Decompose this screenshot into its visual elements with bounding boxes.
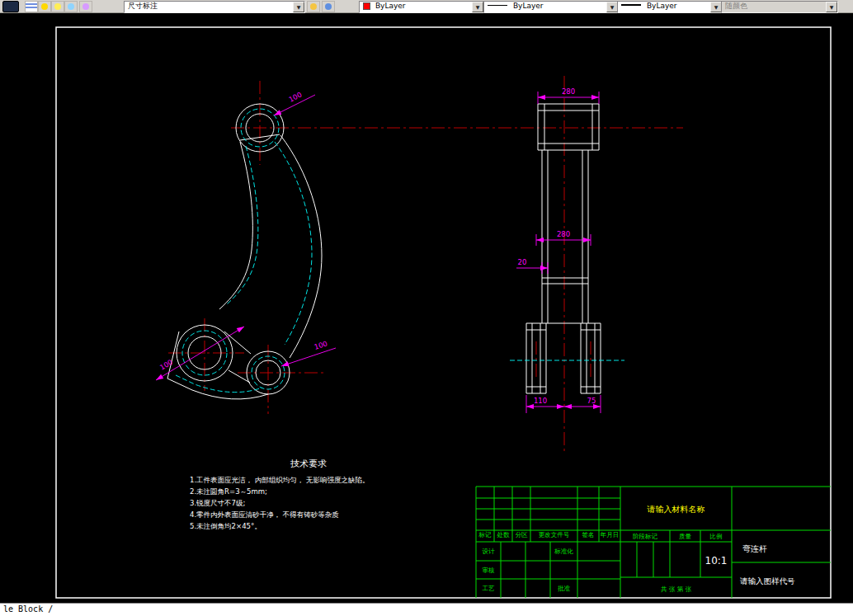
object-properties-toolbar: 尺寸标注 ▼ ByLayer ▼ ByLayer ▼ ByLayer ▼ 随颜色…: [0, 0, 853, 13]
label-scale: 比例: [710, 533, 723, 540]
label-zone: 分区: [516, 531, 529, 538]
label-signature: 签名: [582, 531, 595, 538]
lineweight-dropdown-value: ByLayer: [647, 2, 677, 10]
dim-side-bottom-right: 75: [587, 397, 596, 405]
label-stage-mark: 阶段标记: [633, 533, 658, 540]
lineweight-dropdown[interactable]: ByLayer ▼: [617, 1, 723, 13]
layer-lock-icon[interactable]: [79, 1, 92, 12]
tech-requirements-title: 技术要求: [290, 458, 327, 469]
scale-value-text: 10:1: [705, 555, 728, 567]
color-dropdown-value: ByLayer: [375, 2, 406, 10]
label-change-file: 更改文件号: [539, 531, 570, 538]
plotstyle-dropdown-value: 随颜色: [725, 2, 747, 10]
material-name-text: 请输入材料名称: [647, 505, 705, 514]
label-mark: 标记: [478, 531, 492, 538]
color-dropdown[interactable]: ByLayer ▼: [359, 1, 484, 13]
tech-requirement-item: 4.零件内外表面应清砂干净， 不得有铸砂等杂质: [190, 510, 339, 519]
tech-requirement-item: 5.未注倒角均2×45°。: [190, 522, 262, 530]
label-date: 年月日: [600, 531, 620, 538]
dim-side-wall: 20: [518, 258, 527, 266]
color-swatch-icon: [363, 2, 370, 10]
layer-previous-icon[interactable]: [322, 1, 335, 12]
chevron-down-icon[interactable]: ▼: [606, 2, 618, 12]
lineweight-sample-icon: [621, 4, 641, 6]
layer-dropdown-value: 尺寸标注: [128, 2, 158, 10]
chevron-down-icon[interactable]: ▼: [710, 2, 722, 12]
label-check: 审核: [483, 567, 496, 574]
label-sheets: 共 张 第 张: [661, 585, 692, 593]
layer-freeze-icon[interactable]: [64, 1, 78, 12]
drawing-code-text: 请输入图样代号: [740, 576, 795, 585]
chevron-down-icon[interactable]: ▼: [472, 2, 483, 12]
label-standardization: 标准化: [554, 548, 573, 555]
cad-application-window: 尺寸标注 ▼ ByLayer ▼ ByLayer ▼ ByLayer ▼ 随颜色…: [0, 0, 853, 616]
layer-dropdown[interactable]: 尺寸标注 ▼: [124, 1, 305, 13]
model-space-background[interactable]: [0, 0, 853, 616]
label-count: 处数: [497, 531, 511, 538]
dim-side-mid-width: 280: [557, 230, 570, 238]
chevron-down-icon[interactable]: ▼: [826, 2, 837, 12]
command-line-text: le Block /: [3, 604, 53, 614]
label-mass: 质量: [679, 533, 692, 540]
make-layer-current-icon[interactable]: [307, 1, 320, 12]
dim-side-bottom-left: 110: [534, 397, 547, 405]
tech-requirement-item: 3.锐度尺寸不7级;: [190, 499, 245, 507]
linetype-sample-icon: [488, 5, 507, 6]
chevron-down-icon[interactable]: ▼: [293, 2, 304, 12]
layer-bulb-icon[interactable]: [51, 1, 64, 12]
linetype-dropdown-value: ByLayer: [513, 2, 544, 10]
drawing-canvas[interactable]: 100 100 100 280 280 20 110 75 技术要求 1.工件表…: [0, 0, 853, 616]
label-design: 设计: [483, 548, 496, 555]
dim-side-top-width: 280: [562, 87, 575, 96]
tech-requirement-item: 2.未注圆角R=3～5mm;: [190, 487, 267, 496]
label-process: 工艺: [483, 585, 496, 592]
app-icon[interactable]: [2, 1, 19, 12]
command-line[interactable]: le Block /: [0, 603, 853, 616]
plotstyle-dropdown[interactable]: 随颜色 ▼: [721, 1, 838, 13]
label-approve: 批准: [558, 585, 571, 592]
layer-properties-icon[interactable]: [25, 1, 38, 12]
tech-requirement-item: 1.工件表面应光洁， 内部组织均匀， 无影响强度之缺陷。: [190, 476, 370, 484]
layer-on-icon[interactable]: [38, 1, 51, 12]
part-name-text: 弯连杆: [742, 544, 767, 553]
linetype-dropdown[interactable]: ByLayer ▼: [483, 1, 619, 13]
